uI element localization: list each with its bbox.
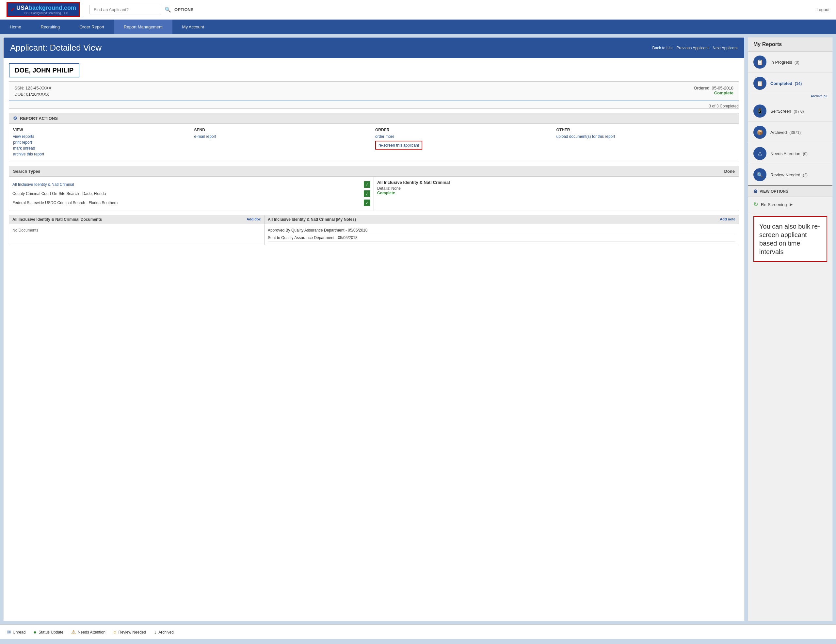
note-item-1: Sent to Quality Assurance Department - 0… (268, 234, 735, 242)
options-button[interactable]: OPTIONS (175, 7, 194, 12)
search-detail-status: Complete (377, 191, 735, 195)
in-progress-label: In Progress (771, 60, 792, 65)
dob-value: 01/20/XXXX (26, 92, 49, 96)
search-types-body: All Inclusive Identity & Natl Criminal ✓… (9, 177, 739, 211)
check-icon-2: ✓ (364, 199, 370, 206)
nav-report-management[interactable]: Report Management (114, 20, 172, 34)
print-report-link[interactable]: print report (13, 140, 192, 145)
search-icon[interactable]: 🔍 (165, 7, 171, 13)
search-name-0[interactable]: All Inclusive Identity & Natl Criminal (12, 182, 74, 187)
sidebar-item-completed[interactable]: 📋 Completed (14) (748, 73, 833, 94)
archived-legend-icon: ↓ (154, 629, 157, 635)
legend-status-update: ● Status Update (33, 629, 64, 635)
back-to-list-link[interactable]: Back to List (653, 46, 673, 50)
view-reports-link[interactable]: view reports (13, 134, 192, 139)
logo-tagline: BCS Background Screening, LLC (16, 11, 76, 15)
search-item-0: All Inclusive Identity & Natl Criminal ✓ (12, 180, 370, 189)
applicant-order-info: Ordered: 05-05-2018 Complete (694, 85, 733, 95)
logout-button[interactable]: Logout (816, 7, 829, 12)
search-name-2[interactable]: Federal Statewide USDC Criminal Search -… (12, 201, 118, 205)
rescreening-label: Re-Screening (761, 202, 787, 207)
page-nav-links: Back to List Previous Applicant Next App… (653, 46, 738, 50)
needs-attention-legend-label: Needs Attention (78, 630, 106, 634)
needs-attention-label: Needs Attention (771, 151, 800, 156)
applicant-ssn-dob: SSN: 123-45-XXXX DOB: 01/20/XXXX (15, 85, 51, 96)
search-types-right-header: Done (724, 169, 735, 174)
review-needed-icon: 🔍 (753, 168, 766, 181)
notes-col: All Inclusive Identity & Natl Criminal (… (265, 215, 739, 245)
actions-grid: VIEW view reports print report mark unre… (9, 124, 739, 162)
in-progress-count: (0) (795, 60, 799, 65)
search-types-section: Search Types Done All Inclusive Identity… (9, 166, 739, 211)
logo-area: ✓ USA background.com BCS Background Scre… (7, 2, 80, 17)
mark-unread-link[interactable]: mark unread (13, 146, 192, 150)
ssn-label: SSN: (15, 85, 24, 90)
rescreen-link[interactable]: re-screen this applicant (379, 143, 419, 148)
sidebar-item-selfscreen[interactable]: 📱 SelfScreen (0 / 0) (748, 101, 833, 122)
archived-icon: 📦 (753, 126, 766, 139)
email-report-link[interactable]: e-mail report (194, 134, 373, 139)
send-header: SEND (194, 128, 373, 132)
review-needed-label-area: Review Needed (2) (771, 172, 808, 177)
selfscreen-label: SelfScreen (771, 109, 791, 114)
sidebar-item-archived[interactable]: 📦 Archived (3671) (748, 122, 833, 143)
add-note-link[interactable]: Add note (720, 217, 735, 222)
applicant-name: DOE, JOHN PHILIP (15, 67, 73, 74)
rescreen-highlight-box: re-screen this applicant (375, 141, 422, 150)
sidebar-item-review-needed[interactable]: 🔍 Review Needed (2) (748, 164, 833, 185)
archive-report-link[interactable]: archive this report (13, 152, 192, 157)
applicant-info-top: SSN: 123-45-XXXX DOB: 01/20/XXXX Ordered… (9, 82, 739, 101)
add-doc-link[interactable]: Add doc (247, 217, 261, 222)
check-icon-0: ✓ (364, 181, 370, 188)
applicant-name-box: DOE, JOHN PHILIP (9, 63, 79, 77)
applicant-name-section: DOE, JOHN PHILIP (9, 63, 739, 77)
logo-text: USA background.com BCS Background Screen… (16, 5, 76, 15)
archived-count: (3671) (789, 130, 801, 135)
nav-my-account[interactable]: My Account (172, 20, 214, 34)
next-applicant-link[interactable]: Next Applicant (713, 46, 738, 50)
docs-header-label: All Inclusive Identity & Natl Criminal D… (12, 217, 102, 222)
completed-count: 3 of 3 Completed (9, 104, 739, 108)
view-header: VIEW (13, 128, 192, 132)
status-complete: Complete (694, 90, 733, 95)
view-column: VIEW view reports print report mark unre… (13, 128, 192, 158)
tooltip-box: You can also bulk re-screen applicant ba… (753, 216, 827, 262)
sidebar: My Reports 📋 In Progress (0) 📋 Completed… (748, 37, 833, 621)
main-container: Applicant: Detailed View Back to List Pr… (0, 34, 836, 624)
search-name-1[interactable]: County Criminal Court On-Site Search - D… (12, 191, 106, 196)
ordered-value: 05-05-2018 (712, 85, 734, 90)
rescreening-item[interactable]: ↻ Re-Screening ▶ (748, 197, 833, 212)
unread-label: Unread (13, 630, 26, 634)
sidebar-item-needs-attention[interactable]: ⚠ Needs Attention (0) (748, 143, 833, 164)
view-options-label: VIEW OPTIONS (759, 189, 788, 194)
sidebar-item-in-progress[interactable]: 📋 In Progress (0) (748, 52, 833, 73)
search-input[interactable] (90, 5, 161, 15)
view-options-header: ⚙ VIEW OPTIONS (748, 185, 833, 197)
previous-applicant-link[interactable]: Previous Applicant (677, 46, 709, 50)
archived-legend-label: Archived (158, 630, 174, 634)
search-types-left-header: Search Types (13, 169, 41, 174)
nav-order-report[interactable]: Order Report (70, 20, 114, 34)
archive-all-link[interactable]: Archive all (748, 94, 833, 101)
order-more-link[interactable]: order more (375, 134, 554, 139)
status-update-label: Status Update (39, 630, 64, 634)
nav-recruiting[interactable]: Recruiting (31, 20, 70, 34)
needs-attention-label-area: Needs Attention (0) (771, 151, 808, 156)
upload-docs-link[interactable]: upload document(s) for this report (557, 134, 735, 139)
legend-needs-attention: ⚠ Needs Attention (71, 629, 106, 635)
logo-box: ✓ USA background.com BCS Background Scre… (7, 2, 80, 17)
rescreening-arrow: ▶ (790, 202, 793, 207)
search-area: 🔍 OPTIONS (90, 5, 816, 15)
report-actions-section: ⚙ REPORT ACTIONS VIEW view reports print… (9, 113, 739, 162)
page-header: Applicant: Detailed View Back to List Pr… (3, 38, 744, 58)
nav-home[interactable]: Home (0, 20, 31, 34)
in-progress-icon: 📋 (753, 56, 766, 69)
report-actions-title: REPORT ACTIONS (20, 116, 58, 121)
needs-attention-count: (0) (803, 152, 808, 156)
selfscreen-icon: 📱 (753, 105, 766, 118)
selfscreen-label-area: SelfScreen (0 / 0) (771, 109, 804, 114)
review-needed-count: (2) (803, 173, 808, 177)
top-bar: ✓ USA background.com BCS Background Scre… (0, 0, 836, 20)
order-date: Ordered: 05-05-2018 (694, 85, 733, 90)
rescreening-icon: ↻ (753, 201, 758, 208)
